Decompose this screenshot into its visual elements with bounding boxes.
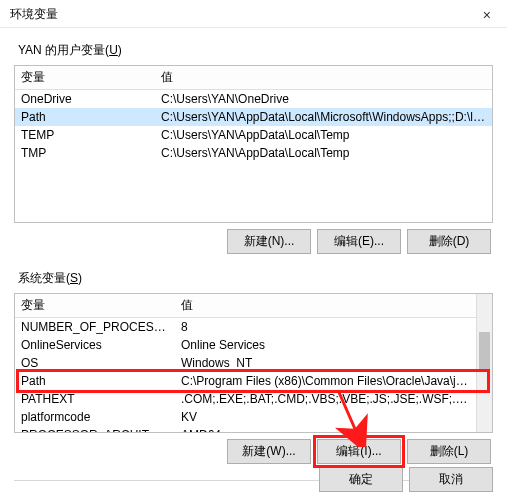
- table-filler: [15, 162, 492, 222]
- table-row[interactable]: OneDrive C:\Users\YAN\OneDrive: [15, 90, 492, 109]
- user-variables-table-box: 变量 值 OneDrive C:\Users\YAN\OneDrive Path…: [14, 65, 493, 223]
- table-row[interactable]: OnlineServices Online Services: [15, 336, 476, 354]
- titlebar: 环境变量 ×: [0, 0, 507, 28]
- table-row[interactable]: Path C:\Program Files (x86)\Common Files…: [15, 372, 476, 390]
- table-row[interactable]: platformcode KV: [15, 408, 476, 426]
- table-row[interactable]: OS Windows_NT: [15, 354, 476, 372]
- window-title: 环境变量: [10, 6, 58, 23]
- cancel-button[interactable]: 取消: [409, 467, 493, 492]
- user-delete-button[interactable]: 删除(D): [407, 229, 491, 254]
- table-row[interactable]: NUMBER_OF_PROCESSORS 8: [15, 318, 476, 337]
- user-button-row: 新建(N)... 编辑(E)... 删除(D): [14, 223, 493, 260]
- close-icon[interactable]: ×: [477, 7, 497, 23]
- user-new-button[interactable]: 新建(N)...: [227, 229, 311, 254]
- column-header-val[interactable]: 值: [175, 294, 476, 318]
- dialog-footer-buttons: 确定 取消: [319, 467, 493, 492]
- table-row[interactable]: Path C:\Users\YAN\AppData\Local\Microsof…: [15, 108, 492, 126]
- column-header-var[interactable]: 变量: [15, 294, 175, 318]
- scrollbar[interactable]: [476, 294, 492, 432]
- system-edit-button[interactable]: 编辑(I)...: [317, 439, 401, 464]
- table-row[interactable]: TEMP C:\Users\YAN\AppData\Local\Temp: [15, 126, 492, 144]
- table-row[interactable]: PROCESSOR_ARCHITECTURE AMD64: [15, 426, 476, 432]
- table-row[interactable]: PATHEXT .COM;.EXE;.BAT;.CMD;.VBS;.VBE;.J…: [15, 390, 476, 408]
- user-group-label: YAN 的用户变量(U): [18, 42, 493, 59]
- user-edit-button[interactable]: 编辑(E)...: [317, 229, 401, 254]
- system-new-button[interactable]: 新建(W)...: [227, 439, 311, 464]
- system-variables-group: 系统变量(S) 变量 值 NUMBE: [14, 270, 493, 470]
- user-variables-table[interactable]: 变量 值 OneDrive C:\Users\YAN\OneDrive Path…: [15, 66, 492, 222]
- dialog-content: YAN 的用户变量(U) 变量 值 OneDrive C:\Users\YAN\…: [0, 28, 507, 499]
- system-delete-button[interactable]: 删除(L): [407, 439, 491, 464]
- ok-button[interactable]: 确定: [319, 467, 403, 492]
- column-header-var[interactable]: 变量: [15, 66, 155, 90]
- column-header-val[interactable]: 值: [155, 66, 492, 90]
- system-group-label: 系统变量(S): [18, 270, 493, 287]
- system-button-row: 新建(W)... 编辑(I)... 删除(L): [14, 433, 493, 470]
- table-row[interactable]: TMP C:\Users\YAN\AppData\Local\Temp: [15, 144, 492, 162]
- system-variables-table[interactable]: 变量 值 NUMBER_OF_PROCESSORS 8 OnlineServic…: [15, 294, 476, 432]
- user-variables-group: YAN 的用户变量(U) 变量 值 OneDrive C:\Users\YAN\…: [14, 42, 493, 260]
- scrollbar-thumb[interactable]: [479, 332, 490, 370]
- system-variables-table-box: 变量 值 NUMBER_OF_PROCESSORS 8 OnlineServic…: [14, 293, 493, 433]
